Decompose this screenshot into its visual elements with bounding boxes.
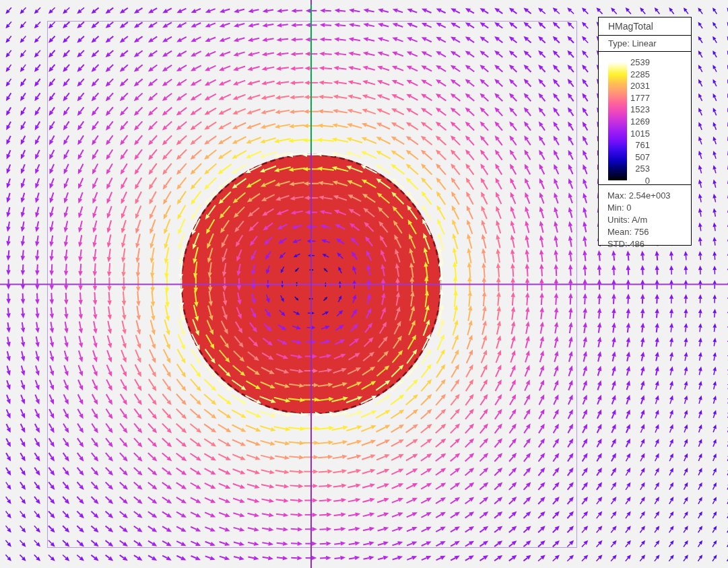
stat-line: Max: 2.54e+003 (607, 190, 691, 202)
stat-line: Mean: 756 (607, 226, 691, 238)
scale-label: 0 (626, 176, 650, 185)
scale-label: 1777 (626, 94, 650, 102)
legend-stats: Max: 2.54e+003Min: 0Units: A/mMean: 756S… (599, 185, 691, 250)
stat-line: STD: 486 (607, 238, 691, 250)
scale-label: 1015 (626, 129, 650, 138)
scale-labels: 25392285203117771523126910157615072530 (626, 58, 650, 185)
scale-label: 507 (626, 153, 650, 162)
scale-label: 1269 (626, 117, 650, 126)
scale-label: 2285 (626, 70, 650, 79)
scale-label: 253 (626, 164, 650, 173)
colorbar-gradient (608, 63, 627, 180)
legend-scale-section: 25392285203117771523126910157615072530 (599, 52, 691, 185)
stat-line: Min: 0 (607, 202, 691, 214)
legend-title: HMagTotal (599, 17, 691, 36)
scale-label: 2539 (626, 58, 650, 67)
field-legend: HMagTotal Type: Linear 25392285203117771… (598, 17, 692, 246)
scale-label: 2031 (626, 81, 650, 90)
legend-scale-type: Type: Linear (599, 36, 691, 52)
stat-line: Units: A/m (607, 214, 691, 226)
scale-label: 761 (626, 141, 650, 149)
scale-label: 1523 (626, 105, 650, 114)
